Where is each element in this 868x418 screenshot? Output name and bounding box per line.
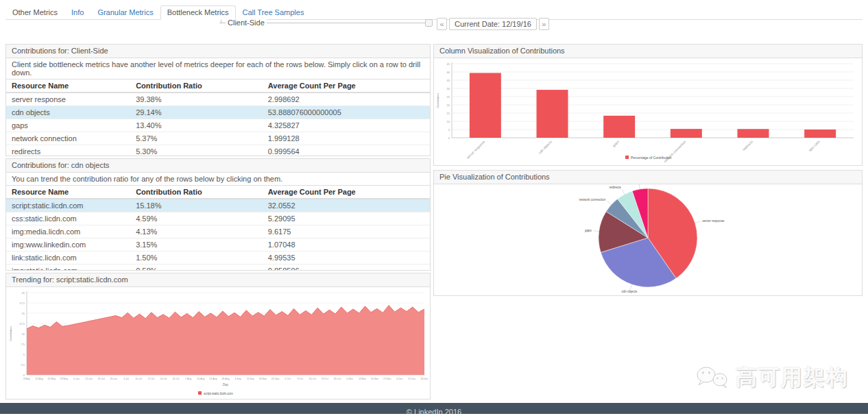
table-cell: 1.50%: [130, 251, 263, 265]
svg-text:3-Jul: 3-Jul: [123, 378, 129, 380]
svg-text:5-Jun: 5-Jun: [73, 378, 80, 380]
trending-area-chart: 02.557.51012.51517.520Contribution8-May1…: [6, 287, 429, 399]
svg-text:9-Oct: 9-Oct: [297, 378, 303, 380]
svg-text:gaps: gaps: [612, 139, 620, 147]
bar-cdn objects: [537, 90, 568, 138]
svg-text:Day: Day: [223, 383, 229, 386]
svg-text:20: 20: [447, 103, 450, 107]
table-cell: 32.0552: [263, 199, 430, 212]
svg-text:gaps: gaps: [585, 229, 592, 232]
table-cell: 53.888076000000005: [263, 106, 430, 119]
svg-text:12.5: 12.5: [19, 322, 25, 325]
svg-text:23-Oct: 23-Oct: [322, 378, 329, 380]
tab-call-tree-samples[interactable]: Call Tree Samples: [236, 5, 311, 20]
svg-text:12-Jun: 12-Jun: [85, 378, 93, 380]
tab-granular-metrics[interactable]: Granular Metrics: [91, 5, 160, 20]
time-slider-handle[interactable]: [425, 19, 433, 27]
svg-text:cdn objects: cdn objects: [622, 290, 638, 293]
panel-title: Pie Visualization of Contributions: [434, 171, 862, 184]
svg-text:10: 10: [447, 120, 450, 123]
table-cell: 15.18%: [130, 199, 263, 212]
column-header: Contribution Ratio: [130, 186, 263, 199]
client-side-table: Resource Name Contribution Ratio Average…: [6, 79, 430, 156]
table-row[interactable]: link:static.licdn.com1.50%4.99535: [6, 251, 430, 265]
svg-text:20-Nov: 20-Nov: [371, 378, 379, 380]
tab-info[interactable]: Info: [64, 5, 91, 20]
svg-text:7.5: 7.5: [21, 343, 25, 346]
table-cell: server response: [6, 93, 130, 106]
svg-text:24-Jul: 24-Jul: [160, 378, 167, 380]
panel-description: Client side bottleneck metrics have anot…: [6, 58, 430, 79]
tab-other-metrics[interactable]: Other Metrics: [5, 5, 64, 20]
svg-text:28-Aug: 28-Aug: [221, 378, 229, 380]
prev-date-button[interactable]: «: [437, 18, 447, 30]
table-row[interactable]: cdn objects29.14%53.888076000000005: [6, 106, 430, 119]
panel-description: You can trend the contribution ratio for…: [6, 173, 430, 186]
watermark-text: 高可用架构: [736, 363, 849, 392]
table-cell: link:static.licdn.com: [6, 251, 130, 265]
table-row[interactable]: redirects5.30%0.999564: [6, 145, 430, 157]
svg-text:15-May: 15-May: [35, 378, 43, 380]
table-cell: 2.998692: [263, 93, 430, 106]
table-cell: cdn objects: [6, 106, 130, 119]
panel-title: Column Visualization of Contributions: [434, 45, 862, 58]
svg-text:27-Nov: 27-Nov: [383, 378, 391, 380]
area-series: [27, 306, 424, 375]
svg-text:11-Dec: 11-Dec: [408, 378, 415, 380]
column-header: Average Count Per Page: [263, 79, 430, 93]
current-date-label: Current Date: 12/19/16: [449, 18, 537, 30]
svg-text:20: 20: [22, 291, 25, 295]
column-header: Average Count Per Page: [263, 186, 430, 199]
svg-text:2-Oct: 2-Oct: [285, 378, 291, 380]
table-row[interactable]: img:static.licdn.com0.58%0.858596: [6, 265, 430, 271]
svg-text:18-Sep: 18-Sep: [259, 378, 267, 380]
column-header: Resource Name: [6, 186, 130, 199]
svg-text:10: 10: [22, 332, 25, 336]
table-cell: 1.07048: [263, 238, 430, 251]
time-slider-tick: [221, 20, 221, 23]
svg-text:redirects: redirects: [741, 139, 754, 151]
table-cell: network connection: [6, 132, 130, 145]
panel-contributions-cdn-objects: Contributions for: cdn objects You can t…: [5, 158, 431, 271]
svg-text:30: 30: [447, 87, 450, 90]
svg-text:6-Nov: 6-Nov: [347, 378, 354, 380]
svg-text:2.5: 2.5: [21, 363, 25, 367]
svg-text:16-Oct: 16-Oct: [309, 378, 317, 380]
svg-text:25-Sep: 25-Sep: [272, 378, 279, 380]
table-row[interactable]: script:static.licdn.com15.18%32.0552: [6, 199, 430, 212]
table-row[interactable]: css:static.licdn.com4.59%5.29095: [6, 212, 430, 225]
svg-text:network connection: network connection: [579, 198, 606, 201]
column-header: Contribution Ratio: [130, 79, 263, 93]
svg-text:11-Sep: 11-Sep: [247, 378, 254, 380]
table-row[interactable]: server response39.38%2.998692: [6, 93, 430, 106]
bar-ajax calls: [804, 130, 836, 138]
bar-network connection: [671, 129, 702, 138]
table-row[interactable]: gaps13.40%4.325827: [6, 119, 430, 132]
tab-bottleneck-metrics[interactable]: Bottleneck Metrics: [160, 5, 236, 20]
panel-title: Contributions for: cdn objects: [6, 159, 430, 173]
table-cell: 4.13%: [130, 225, 263, 238]
next-date-button[interactable]: »: [539, 18, 549, 30]
table-cell: redirects: [6, 145, 130, 157]
cdn-objects-table: Resource Name Contribution Ratio Average…: [6, 186, 430, 271]
svg-text:21-Aug: 21-Aug: [209, 378, 217, 380]
footer: © LinkedIn 2016: [0, 403, 868, 414]
table-row[interactable]: network connection5.37%1.999128: [6, 132, 430, 145]
svg-text:0: 0: [23, 373, 25, 377]
panel-column-chart: Column Visualization of Contributions 05…: [433, 44, 863, 166]
copyright-text: © LinkedIn 2016: [0, 403, 868, 414]
table-cell: img:www.linkedin.com: [6, 238, 130, 251]
wechat-icon: [695, 364, 730, 391]
table-row[interactable]: img:www.linkedin.com3.15%1.07048: [6, 238, 430, 251]
table-row[interactable]: img:media.licdn.com4.13%9.6175: [6, 225, 430, 238]
table-cell: 5.37%: [130, 132, 263, 145]
svg-text:5: 5: [448, 128, 450, 132]
svg-text:4-Sep: 4-Sep: [234, 378, 241, 380]
bar-redirects: [738, 129, 769, 138]
table-cell: gaps: [6, 119, 130, 132]
svg-text:30-Oct: 30-Oct: [334, 378, 341, 380]
svg-text:19-Jun: 19-Jun: [97, 378, 105, 380]
table-cell: 0.999564: [263, 145, 430, 157]
table-cell: img:static.licdn.com: [6, 265, 130, 271]
svg-text:Contribution: Contribution: [9, 326, 12, 341]
